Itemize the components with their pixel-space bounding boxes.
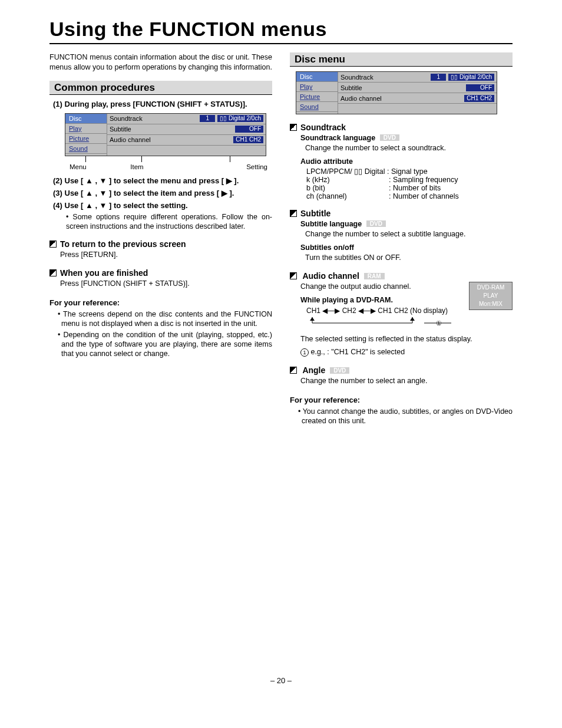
statbox-l2: PLAY xyxy=(470,292,512,300)
right-column: Disc menu Disc Play Picture Sound Soundt… xyxy=(290,52,513,427)
subtitle-lang-label: Subtitle language xyxy=(300,220,362,228)
common-heading: Common procedures xyxy=(49,81,272,95)
example-text: e.g., : "CH1 CH2" is selected xyxy=(310,348,405,356)
circled-1-icon: 1 xyxy=(300,348,309,357)
osd-item-soundtrack: Soundtrack xyxy=(110,115,197,122)
return-heading: To return to the previous screen xyxy=(49,239,272,249)
osd-menu-sound: Sound xyxy=(296,102,338,112)
osd-menu: Disc Play Picture Sound Soundtrack 1 ▯▯ … xyxy=(296,71,497,114)
osd-value: CH1 CH2 xyxy=(464,95,494,102)
osd-menu-picture: Picture xyxy=(65,134,107,144)
reference-right-1: • You cannot change the audio, subtitles… xyxy=(298,407,513,426)
while-dvdram-label: While playing a DVD-RAM. xyxy=(300,296,393,304)
statbox-l3: Mon:MIX xyxy=(470,300,512,308)
osd-menu-play: Play xyxy=(296,82,338,92)
reference-1: • The screens depend on the disc content… xyxy=(58,309,272,329)
statbox-l1: DVD-RAM xyxy=(470,284,512,292)
attr-k: k (kHz) xyxy=(306,176,389,184)
angle-heading-text: Angle xyxy=(302,365,325,375)
osd-value: ▯▯ Digital 2/0ch xyxy=(448,74,494,81)
reflected-text: The selected setting is reflected in the… xyxy=(300,334,513,344)
dvd-badge: DVD xyxy=(330,367,349,374)
soundtrack-heading: Soundtrack xyxy=(290,123,513,132)
status-display-box: DVD-RAM PLAY Mon:MIX xyxy=(469,282,513,310)
subtitle-onoff-text: Turn the subtitles ON or OFF. xyxy=(305,253,513,263)
attr-k-val: : Sampling frequency xyxy=(389,176,458,184)
osd-menu-sound: Sound xyxy=(65,144,107,154)
step-4-note: • Some options require different operati… xyxy=(66,212,272,232)
osd-menu-disc: Disc xyxy=(65,114,107,124)
attr-b-val: : Number of bits xyxy=(389,184,441,192)
osd-item-subtitle: Subtitle xyxy=(340,84,464,91)
step-3: (3) Use [ ▲ , ▼ ] to select the item and… xyxy=(53,189,272,197)
reference-2: • Depending on the condition of the unit… xyxy=(58,330,272,359)
angle-heading: Angle DVD xyxy=(290,365,513,375)
osd-value: CH1 CH2 xyxy=(233,136,263,143)
svg-marker-0 xyxy=(310,317,315,321)
ram-badge: RAM xyxy=(364,273,385,279)
osd-item-soundtrack: Soundtrack xyxy=(340,74,428,81)
subtitle-onoff-label: Subtitles on/off xyxy=(300,243,354,252)
osd-value: OFF xyxy=(466,84,494,91)
divider xyxy=(49,43,513,44)
osd-item-audiochannel: Audio channel xyxy=(110,136,231,143)
diagram-arrows: ① xyxy=(306,316,454,330)
svg-marker-1 xyxy=(410,317,415,321)
return-text: Press [RETURN]. xyxy=(60,250,272,260)
reference-heading: For your reference: xyxy=(290,396,513,404)
subtitle-heading: Subtitle xyxy=(290,209,513,218)
osd-label-item: Item xyxy=(130,163,143,170)
soundtrack-lang-label: Soundtrack language xyxy=(300,134,375,142)
attr-ch: ch (channel) xyxy=(306,192,389,200)
dvd-badge: DVD xyxy=(380,134,399,141)
audio-channel-heading: Audio channel RAM xyxy=(290,271,513,281)
left-column: FUNCTION menus contain information about… xyxy=(49,52,272,427)
osd-value: 1 xyxy=(431,74,446,81)
attr-signal-type: LPCM/PPCM/ ▯▯ Digital : Signal type xyxy=(306,167,513,176)
page-title: Using the FUNCTION menus xyxy=(49,18,513,41)
osd-item-subtitle: Subtitle xyxy=(110,126,233,133)
disc-menu-heading: Disc menu xyxy=(290,52,513,67)
step-1: (1) During play, press [FUNCTION (SHIFT … xyxy=(53,100,272,108)
osd-value: OFF xyxy=(235,126,263,133)
osd-menu: Disc Play Picture Sound Soundtrack 1 ▯▯ … xyxy=(65,113,266,156)
osd-menu-play: Play xyxy=(65,124,107,134)
osd-item-audiochannel: Audio channel xyxy=(340,95,462,102)
subtitle-lang-text: Change the number to select a subtitle l… xyxy=(305,229,513,239)
audio-channel-heading-text: Audio channel xyxy=(302,271,359,281)
osd-value: 1 xyxy=(200,115,215,122)
page-number: – 20 – xyxy=(25,676,537,685)
step-2: (2) Use [ ▲ , ▼ ] to select the menu and… xyxy=(53,176,272,185)
reference-heading: For your reference: xyxy=(49,298,272,307)
audio-attribute-label: Audio attribute xyxy=(300,157,353,166)
finish-text: Press [FUNCTION (SHIFT + STATUS)]. xyxy=(60,279,272,289)
dvd-badge: DVD xyxy=(366,220,386,227)
intro-text: FUNCTION menus contain information about… xyxy=(49,52,272,73)
attr-b: b (bit) xyxy=(306,184,389,192)
osd-menu-disc: Disc xyxy=(296,72,338,82)
finish-heading: When you are finished xyxy=(49,268,272,278)
osd-value: ▯▯ Digital 2/0ch xyxy=(217,115,263,122)
osd-menu-picture: Picture xyxy=(296,92,338,102)
soundtrack-lang-text: Change the number to select a soundtrack… xyxy=(305,143,513,153)
angle-text: Change the number to select an angle. xyxy=(300,376,513,386)
attr-ch-val: : Number of channels xyxy=(389,192,459,200)
step-4: (4) Use [ ▲ , ▼ ] to select the setting. xyxy=(53,201,272,210)
